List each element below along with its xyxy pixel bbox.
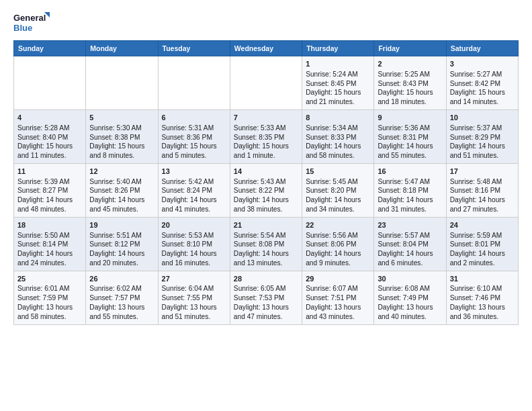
day-info: Daylight: 14 hours <box>450 249 515 259</box>
day-number: 18 <box>17 220 82 230</box>
day-info: Sunset: 8:14 PM <box>17 240 82 249</box>
day-info: Sunrise: 5:34 AM <box>306 124 370 133</box>
day-info: Sunset: 8:20 PM <box>306 186 370 195</box>
day-cell: 2Sunrise: 5:25 AMSunset: 8:43 PMDaylight… <box>374 56 446 110</box>
day-number: 2 <box>378 59 442 69</box>
day-info: and 14 minutes. <box>450 97 515 107</box>
day-cell: 8Sunrise: 5:34 AMSunset: 8:33 PMDaylight… <box>302 109 374 163</box>
day-info: Daylight: 14 hours <box>450 142 515 151</box>
day-cell: 14Sunrise: 5:43 AMSunset: 8:22 PMDayligh… <box>230 163 302 217</box>
day-info: Sunset: 7:46 PM <box>450 293 515 303</box>
day-number: 13 <box>162 167 226 177</box>
day-cell: 9Sunrise: 5:36 AMSunset: 8:31 PMDaylight… <box>374 109 446 163</box>
day-info: Sunrise: 5:51 AM <box>89 231 154 240</box>
day-cell: 11Sunrise: 5:39 AMSunset: 8:27 PMDayligh… <box>14 163 86 217</box>
day-info: and 41 minutes. <box>162 205 226 214</box>
day-info: Sunrise: 5:47 AM <box>378 177 442 187</box>
day-cell: 17Sunrise: 5:48 AMSunset: 8:16 PMDayligh… <box>446 163 518 217</box>
day-info: Sunset: 8:22 PM <box>234 186 298 195</box>
day-number: 24 <box>450 220 515 230</box>
day-info: Sunrise: 5:28 AM <box>17 124 82 133</box>
day-number: 14 <box>234 167 298 177</box>
day-info: and 55 minutes. <box>89 312 154 322</box>
day-info: Sunset: 7:57 PM <box>89 293 154 303</box>
day-info: Sunrise: 6:01 AM <box>17 284 82 293</box>
day-info: Sunrise: 6:05 AM <box>234 284 298 293</box>
day-info: and 51 minutes. <box>162 312 226 322</box>
day-info: and 31 minutes. <box>378 205 442 214</box>
day-cell <box>158 56 230 110</box>
calendar-table: SundayMondayTuesdayWednesdayThursdayFrid… <box>13 40 519 325</box>
day-info: Daylight: 14 hours <box>234 195 298 205</box>
day-info: Sunset: 7:59 PM <box>17 293 82 303</box>
day-number: 10 <box>450 113 515 123</box>
day-info: and 58 minutes. <box>17 312 82 322</box>
day-info: Sunset: 8:12 PM <box>89 240 154 249</box>
day-cell: 18Sunrise: 5:50 AMSunset: 8:14 PMDayligh… <box>14 217 86 271</box>
day-number: 26 <box>89 274 154 284</box>
header-cell-wednesday: Wednesday <box>230 41 302 56</box>
day-info: Daylight: 14 hours <box>17 249 82 259</box>
week-row-2: 4Sunrise: 5:28 AMSunset: 8:40 PMDaylight… <box>14 109 519 163</box>
day-cell: 15Sunrise: 5:45 AMSunset: 8:20 PMDayligh… <box>302 163 374 217</box>
day-info: Daylight: 14 hours <box>450 195 515 205</box>
day-info: Sunrise: 5:54 AM <box>234 231 298 240</box>
day-info: and 40 minutes. <box>378 312 442 322</box>
svg-text:General: General <box>13 13 46 23</box>
day-number: 22 <box>306 220 370 230</box>
day-info: Sunset: 7:53 PM <box>234 293 298 303</box>
header-cell-thursday: Thursday <box>302 41 374 56</box>
day-info: and 16 minutes. <box>162 259 226 268</box>
day-cell: 5Sunrise: 5:30 AMSunset: 8:38 PMDaylight… <box>86 109 158 163</box>
day-info: Sunset: 8:36 PM <box>162 133 226 142</box>
day-info: Sunset: 8:08 PM <box>234 240 298 249</box>
day-number: 16 <box>378 167 442 177</box>
day-cell: 13Sunrise: 5:42 AMSunset: 8:24 PMDayligh… <box>158 163 230 217</box>
day-info: Sunrise: 5:24 AM <box>306 70 370 79</box>
day-number: 4 <box>17 113 82 123</box>
day-info: Sunrise: 5:59 AM <box>450 231 515 240</box>
day-info: Sunset: 8:04 PM <box>378 240 442 249</box>
day-info: Sunrise: 5:48 AM <box>450 177 515 187</box>
day-number: 25 <box>17 274 82 284</box>
day-info: Sunset: 8:38 PM <box>89 133 154 142</box>
day-info: Sunrise: 5:39 AM <box>17 177 82 187</box>
day-info: and 5 minutes. <box>162 151 226 161</box>
day-info: Sunrise: 5:45 AM <box>306 177 370 187</box>
day-number: 20 <box>162 220 226 230</box>
day-info: Sunset: 8:16 PM <box>450 186 515 195</box>
day-info: Daylight: 14 hours <box>378 195 442 205</box>
day-info: Sunset: 8:40 PM <box>17 133 82 142</box>
day-info: and 18 minutes. <box>378 97 442 107</box>
day-cell: 12Sunrise: 5:40 AMSunset: 8:26 PMDayligh… <box>86 163 158 217</box>
day-info: Daylight: 15 hours <box>17 142 82 151</box>
day-info: Daylight: 15 hours <box>234 142 298 151</box>
day-number: 1 <box>306 59 370 69</box>
day-cell: 26Sunrise: 6:02 AMSunset: 7:57 PMDayligh… <box>86 271 158 324</box>
day-info: Sunset: 8:45 PM <box>306 79 370 89</box>
day-info: and 20 minutes. <box>89 259 154 268</box>
day-info: Sunset: 8:18 PM <box>378 186 442 195</box>
day-info: Sunrise: 5:31 AM <box>162 124 226 133</box>
day-cell: 27Sunrise: 6:04 AMSunset: 7:55 PMDayligh… <box>158 271 230 324</box>
day-info: Sunset: 8:10 PM <box>162 240 226 249</box>
header-cell-tuesday: Tuesday <box>158 41 230 56</box>
week-row-4: 18Sunrise: 5:50 AMSunset: 8:14 PMDayligh… <box>14 217 519 271</box>
day-info: Daylight: 14 hours <box>234 249 298 259</box>
day-info: Daylight: 14 hours <box>306 249 370 259</box>
day-info: Sunset: 8:29 PM <box>450 133 515 142</box>
week-row-5: 25Sunrise: 6:01 AMSunset: 7:59 PMDayligh… <box>14 271 519 324</box>
day-number: 15 <box>306 167 370 177</box>
day-info: and 58 minutes. <box>306 151 370 161</box>
day-cell: 24Sunrise: 5:59 AMSunset: 8:01 PMDayligh… <box>446 217 518 271</box>
day-info: Daylight: 15 hours <box>162 142 226 151</box>
svg-text:Blue: Blue <box>13 23 32 33</box>
day-cell: 19Sunrise: 5:51 AMSunset: 8:12 PMDayligh… <box>86 217 158 271</box>
day-info: Sunrise: 5:30 AM <box>89 124 154 133</box>
logo-icon: General Blue <box>13 11 51 35</box>
day-info: Sunrise: 6:04 AM <box>162 284 226 293</box>
day-number: 27 <box>162 274 226 284</box>
week-row-3: 11Sunrise: 5:39 AMSunset: 8:27 PMDayligh… <box>14 163 519 217</box>
header-cell-friday: Friday <box>374 41 446 56</box>
day-number: 30 <box>378 274 442 284</box>
